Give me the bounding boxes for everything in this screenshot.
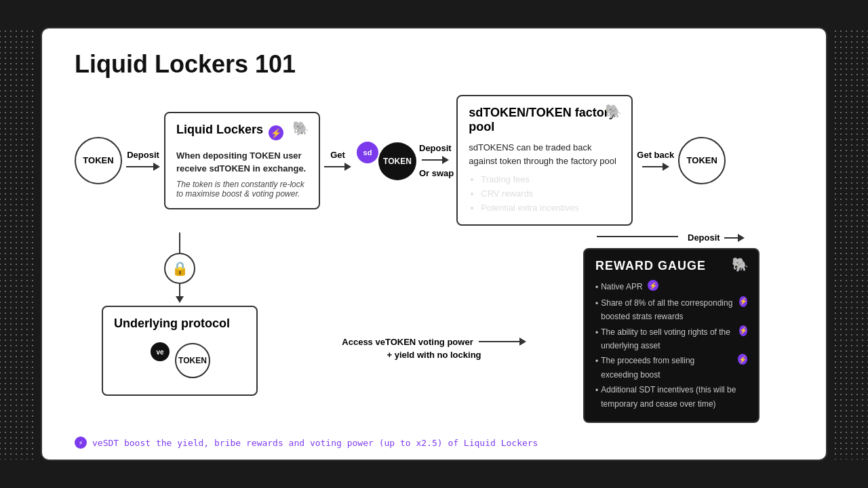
reward-bullet-3: The proceeds from selling exceeding boos…	[595, 354, 747, 382]
access-line	[479, 341, 519, 342]
deposit-to-reward: Deposit	[597, 232, 745, 243]
get-line	[324, 166, 344, 167]
rb3-bolt: ⚡	[738, 354, 747, 365]
elephant-icon-liquid: 🐘	[292, 120, 309, 136]
get-back-label: Get back	[637, 150, 674, 160]
slide-container: Liquid Lockers 101 TOKEN Deposit 🐘 Liqui…	[41, 27, 827, 461]
sd-label: sd	[363, 148, 372, 157]
ve-token-main: TOKEN	[175, 343, 210, 378]
diagram-area: TOKEN Deposit 🐘 Liquid Lockers ⚡ When de…	[75, 95, 793, 420]
deposit-swap-arrow1: Deposit	[419, 143, 452, 164]
ve-badge: ve	[149, 341, 171, 363]
reward-gauge-title: REWARD GAUGE	[595, 259, 747, 273]
rb0-bolt: ⚡	[648, 280, 658, 291]
footer-text: veSDT boost the yield, bribe rewards and…	[92, 438, 538, 448]
get-label: Get	[330, 150, 345, 160]
ve-token-group: ve TOKEN	[149, 338, 210, 385]
liquid-lockers-card: 🐘 Liquid Lockers ⚡ When depositing TOKEN…	[164, 112, 320, 209]
deposit-line	[126, 166, 153, 167]
down-arrow-to-lock	[179, 232, 180, 253]
sd-token-group: sd TOKEN	[355, 137, 416, 184]
gb-arrowhead	[663, 163, 669, 171]
liquid-lockers-body-bold: When depositing TOKEN user receive sdTOK…	[176, 150, 306, 174]
access-label: Access veTOKEN voting power	[342, 337, 473, 347]
reward-col: Deposit 🐘 REWARD GAUGE Native APR ⚡	[583, 232, 793, 423]
get-back-line	[642, 163, 669, 171]
vline1	[179, 232, 180, 253]
lock-icon: 🔒	[172, 260, 189, 277]
sd-badge: sd	[355, 140, 380, 165]
reward-bullet-0: Native APR ⚡	[595, 280, 747, 294]
rb3-text: The proceeds from selling exceeding boos…	[601, 354, 733, 382]
rb1-bolt: ⚡	[739, 296, 747, 307]
right-token-circle: TOKEN	[678, 137, 726, 184]
lock-circle: 🔒	[164, 253, 195, 284]
access-arrowhead	[519, 338, 526, 346]
sd-token-label: TOKEN	[383, 157, 412, 166]
deposit-arrow: Deposit	[126, 150, 160, 171]
left-token-label: TOKEN	[83, 155, 113, 165]
bottom-row: 🔒 Underlying protocol ve	[75, 232, 793, 423]
rb0-text: Native APR	[601, 280, 642, 293]
dline2	[422, 159, 442, 161]
ve-label: ve	[156, 348, 163, 356]
top-row: TOKEN Deposit 🐘 Liquid Lockers ⚡ When de…	[75, 95, 793, 226]
sd-factory-title: sdTOKEN/TOKEN factory pool	[469, 106, 620, 134]
get-arrowhead	[344, 163, 351, 171]
liquid-lockers-body-italic: The token is then constantly re-lock to …	[176, 180, 308, 199]
rb4-text: Additional SDT incentives (this will be …	[601, 383, 747, 411]
liquid-lockers-body: When depositing TOKEN user receive sdTOK…	[176, 149, 308, 176]
access-h-arrow	[479, 338, 526, 346]
ve-token-group-wrapper: ve TOKEN	[114, 338, 245, 385]
deposit-reward-arrow	[724, 234, 745, 242]
footer-bolt: ⚡	[75, 436, 87, 449]
deposit-label2: Deposit	[419, 143, 452, 153]
deposit-arrowhead	[153, 163, 160, 171]
sd-bullet-0: Trading fees	[481, 173, 620, 187]
elephant-icon-sd: 🐘	[605, 103, 622, 119]
deposit-swap-area: Deposit Or swap	[419, 143, 454, 178]
deposit-reward-line	[724, 237, 738, 239]
bolt-icon-liquid: ⚡	[269, 125, 283, 140]
rb1-text: Share of 8% of all the corresponding boo…	[601, 296, 734, 324]
right-token-label: TOKEN	[687, 155, 717, 165]
page-title: Liquid Lockers 101	[75, 50, 793, 79]
yield-label: + yield with no locking	[387, 350, 481, 360]
d-arrowhead2	[442, 156, 449, 164]
rb2-bolt: ⚡	[739, 325, 747, 336]
yield-arrow-row: + yield with no locking	[387, 350, 481, 360]
access-arrow-row: Access veTOKEN voting power	[342, 337, 526, 347]
v-arrowhead-lock	[176, 296, 184, 303]
reward-bullet-4: Additional SDT incentives (this will be …	[595, 383, 747, 411]
h-to-reward	[597, 236, 678, 237]
elephant-icon-reward: 🐘	[732, 256, 749, 272]
reward-bullet-1: Share of 8% of all the corresponding boo…	[595, 296, 747, 324]
left-token-circle: TOKEN	[75, 137, 122, 184]
sd-factory-bullets: Trading fees CRV rewards Potential extra…	[469, 173, 620, 215]
reward-bullet-2: The ability to sell voting rights of the…	[595, 325, 747, 353]
get-arrow-line	[324, 163, 351, 171]
deposit-label: Deposit	[127, 150, 159, 160]
gb-line	[642, 166, 663, 167]
get-back-arrow: Get back	[637, 150, 674, 171]
lock-area: 🔒	[164, 232, 195, 303]
or-swap-arrow: Or swap	[419, 168, 454, 178]
liquid-lockers-title: Liquid Lockers	[176, 123, 263, 137]
or-swap-label: Or swap	[419, 168, 454, 178]
underlying-card: Underlying protocol ve TOKEN	[102, 306, 258, 396]
rb2-text: The ability to sell voting rights of the…	[601, 325, 734, 353]
vline2	[179, 284, 180, 296]
bottom-left-col: 🔒 Underlying protocol ve	[75, 232, 285, 423]
deposit-arrow-line	[126, 163, 160, 171]
access-yield-labels: Access veTOKEN voting power + yield with…	[342, 337, 526, 360]
deposit-down-arrow	[597, 236, 678, 240]
sd-bullet-2: Potential extra incentives	[481, 201, 620, 216]
footer-bar: ⚡ veSDT boost the yield, bribe rewards a…	[75, 436, 793, 449]
center-connectors: Access veTOKEN voting power + yield with…	[285, 232, 583, 423]
ve-token-label: TOKEN	[178, 356, 207, 365]
get-arrow: Get	[324, 150, 351, 171]
underlying-title: Underlying protocol	[114, 317, 245, 331]
sd-factory-card: 🐘 sdTOKEN/TOKEN factory pool sdTOKENS ca…	[456, 95, 633, 226]
sd-bullet-1: CRV rewards	[481, 187, 620, 201]
deposit-line2	[422, 156, 449, 164]
